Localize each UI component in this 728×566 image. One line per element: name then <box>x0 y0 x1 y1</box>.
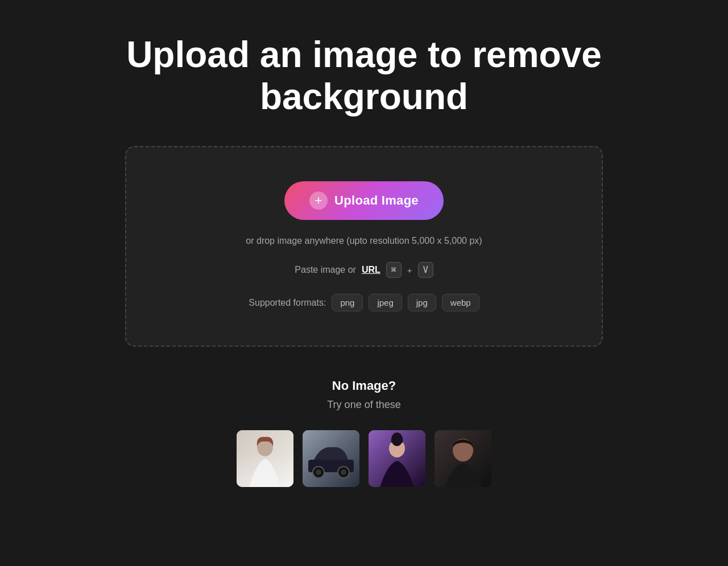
page-title: Upload an image to remove background <box>126 34 602 118</box>
no-image-section: No Image? Try one of these <box>237 378 491 487</box>
paste-row: Paste image or URL ⌘ + V <box>295 262 433 278</box>
plus-icon: + <box>309 192 328 210</box>
no-image-title: No Image? <box>332 378 396 393</box>
no-image-subtitle: Try one of these <box>327 399 400 411</box>
svg-point-7 <box>341 469 346 475</box>
paste-url-link[interactable]: URL <box>362 265 380 275</box>
sample-image-2[interactable] <box>303 430 359 487</box>
sample-image-4[interactable] <box>435 430 491 487</box>
sample-images-row <box>237 430 491 487</box>
format-png[interactable]: png <box>332 294 363 311</box>
svg-point-6 <box>316 469 321 475</box>
v-key-badge: V <box>418 262 433 278</box>
format-jpg[interactable]: jpg <box>408 294 436 311</box>
sample-image-3[interactable] <box>369 430 425 487</box>
format-webp[interactable]: webp <box>442 294 479 311</box>
upload-drop-zone[interactable]: + Upload Image or drop image anywhere (u… <box>125 146 603 347</box>
upload-image-button[interactable]: + Upload Image <box>284 181 444 220</box>
format-jpeg[interactable]: jpeg <box>369 294 402 311</box>
cmd-key-badge: ⌘ <box>386 262 402 278</box>
plus-separator: + <box>407 265 412 275</box>
sample-image-1[interactable] <box>237 430 293 487</box>
drop-hint-text: or drop image anywhere (upto resolution … <box>246 236 482 246</box>
paste-prefix: Paste image or <box>295 265 356 275</box>
formats-row: Supported formats: png jpeg jpg webp <box>249 294 479 311</box>
formats-label: Supported formats: <box>249 298 326 308</box>
